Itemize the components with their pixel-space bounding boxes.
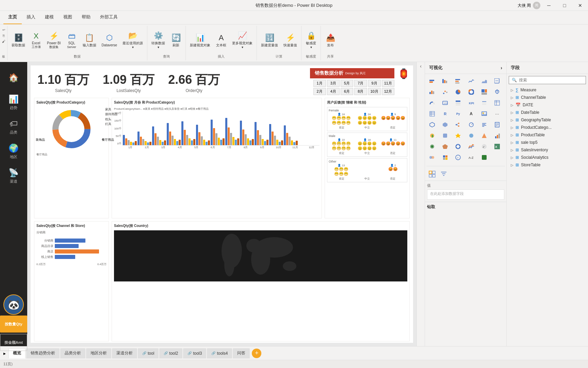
viz-icon-matrix[interactable] <box>427 109 437 119</box>
month-3[interactable]: 3月 <box>327 80 340 87</box>
page-tab-channel[interactable]: 渠道分析 <box>112 348 137 358</box>
viz-icon-smart-narrative[interactable] <box>479 120 489 130</box>
viz-icon-key-influencer[interactable] <box>466 120 476 130</box>
viz-icon-gauge[interactable] <box>427 98 437 108</box>
field-measure[interactable]: ▷ ∑ Measure <box>507 86 588 94</box>
page-tab-region[interactable]: 地区分析 <box>86 348 111 358</box>
field-geography[interactable]: ▷ ⊞ GeographyTable <box>507 116 588 124</box>
nav-trend[interactable]: 📊 趋势 <box>0 90 27 114</box>
viz-icon-kpi[interactable]: KPI <box>466 98 476 108</box>
viz-icon-custom4[interactable] <box>466 131 476 141</box>
amt-button[interactable]: 按金额Amt <box>0 334 27 351</box>
page-tab-qa[interactable]: 问答 <box>233 348 250 358</box>
viz-icon-card[interactable]: 123 <box>440 98 450 108</box>
excel-button[interactable]: X Excel 工作薄 <box>29 30 44 50</box>
powerbi-button[interactable]: ⚡ Power BI 数据集 <box>45 30 63 50</box>
values-drop-zone[interactable]: 在此处添加数据字段 <box>427 189 504 200</box>
field-product-table[interactable]: ▷ ⊞ ProductTable <box>507 131 588 139</box>
viz-icon-shape-map[interactable] <box>427 120 437 130</box>
viz-icon-custom15[interactable]: ? <box>453 152 463 163</box>
viz-icon-map[interactable] <box>492 87 502 97</box>
nav-category[interactable]: 🏷 品类 <box>0 114 27 139</box>
viz-icon-multirow-card[interactable] <box>453 98 463 108</box>
close-button[interactable]: ✕ <box>572 0 588 11</box>
publish-button[interactable]: 📤 发布 <box>323 32 338 48</box>
copy-button[interactable]: ⎘ <box>1 33 6 38</box>
viz-icon-custom5[interactable] <box>479 131 489 141</box>
viz-icon-more[interactable]: ··· <box>492 109 502 119</box>
viz-icon-treemap[interactable] <box>479 87 489 97</box>
viz-icon-hbar[interactable] <box>453 76 463 86</box>
month-4[interactable]: 4月 <box>327 88 340 95</box>
viz-icon-custom3[interactable] <box>453 131 463 141</box>
field-store-table[interactable]: ▷ ⊞ StoreTable <box>507 161 588 169</box>
page-tab-tool2[interactable]: 🔗 tool2 <box>159 348 182 358</box>
month-9[interactable]: 9月 <box>368 80 381 87</box>
month-5[interactable]: 5月 <box>341 80 353 87</box>
viz-build-filter[interactable] <box>439 169 449 179</box>
viz-icon-table[interactable] <box>492 98 502 108</box>
new-measure-button[interactable]: 🔢 新建度量值 <box>259 32 280 48</box>
month-6[interactable]: 6月 <box>341 88 353 95</box>
viz-icon-pie[interactable] <box>453 87 463 97</box>
format-brush-button[interactable]: 🖌 <box>1 39 6 44</box>
viz-icon-custom2[interactable] <box>440 131 450 141</box>
viz-icon-custom6[interactable] <box>492 131 502 141</box>
sensitivity-button[interactable]: 🔒 敏感度 ▾ <box>304 30 318 50</box>
minimize-button[interactable]: ─ <box>541 0 557 11</box>
sql-button[interactable]: 🗃 SQL Server <box>64 30 79 50</box>
viz-icon-paginated[interactable] <box>492 120 502 130</box>
more-visuals-button[interactable]: 📈 更多视觉对象 ▾ <box>230 30 255 50</box>
transform-data-button[interactable]: ⚙️ 转换数据 ▾ <box>149 30 167 50</box>
viz-icon-donut[interactable] <box>466 87 476 97</box>
month-10[interactable]: 10月 <box>368 88 381 95</box>
month-1[interactable]: 1月 <box>313 80 326 87</box>
viz-icon-custom11[interactable]: ✓ <box>479 141 489 152</box>
viz-icon-custom17[interactable] <box>479 152 489 163</box>
nav-region[interactable]: 🌍 地区 <box>0 139 27 164</box>
quick-measure-button[interactable]: ⚡ 快速量值 <box>281 32 299 48</box>
viz-icon-filled-map[interactable] <box>440 120 450 130</box>
month-11[interactable]: 11月 <box>382 80 394 87</box>
viz-icon-image[interactable] <box>479 109 489 119</box>
nav-tab-insert[interactable]: 插入 <box>22 11 40 24</box>
viz-icon-custom14[interactable] <box>440 152 450 163</box>
input-data-button[interactable]: 📋 输入数据 <box>81 32 98 48</box>
page-tab-category[interactable]: 品类分析 <box>60 348 85 358</box>
pages-expand-icon[interactable]: ▸ <box>1 351 8 356</box>
field-sale-top5[interactable]: ▷ ⊞ sale top5 <box>507 139 588 146</box>
undo-button[interactable]: ↩ <box>1 27 6 32</box>
page-tab-tool[interactable]: 🔗 tool <box>138 348 159 358</box>
nav-tab-home[interactable]: 主页 <box>3 11 22 24</box>
add-page-button[interactable]: + <box>252 349 261 358</box>
viz-icon-custom12[interactable]: X <box>492 141 502 152</box>
page-tab-tools4[interactable]: 🔗 tools4 <box>207 348 232 358</box>
viz-icon-line[interactable] <box>466 76 476 86</box>
viz-panel-expand[interactable]: › <box>501 65 502 71</box>
viz-icon-custom10[interactable] <box>466 141 476 152</box>
panel-toggle-left[interactable]: ‹ <box>416 62 425 346</box>
fields-search-input[interactable] <box>519 78 583 82</box>
field-sales-inventory[interactable]: ▷ ⊞ SalesInventory <box>507 146 588 154</box>
field-date[interactable]: ▷ 📅 DATE <box>507 101 588 109</box>
nav-tab-view[interactable]: 视图 <box>59 11 77 24</box>
month-8[interactable]: 8月 <box>354 88 367 95</box>
dataverse-button[interactable]: ⬡ Dataverse <box>100 32 119 48</box>
viz-icon-custom13[interactable] <box>427 152 437 163</box>
viz-icon-custom16[interactable]: A-Z <box>466 152 476 163</box>
qty-button[interactable]: 按数量Qty <box>0 316 27 333</box>
refresh-button[interactable]: 🔄 刷新 <box>168 32 183 48</box>
viz-icon-scatter[interactable] <box>440 87 450 97</box>
nav-channel[interactable]: 📡 渠道 <box>0 164 27 188</box>
recent-sources-button[interactable]: 📂 最近使用的源 ▾ <box>120 30 145 50</box>
page-tab-tool3[interactable]: 🔗 tool3 <box>183 348 206 358</box>
viz-icon-clustered-bar[interactable] <box>440 76 450 86</box>
get-data-button[interactable]: 🗄️ 获取数据 <box>10 32 27 48</box>
new-visual-button[interactable]: 📊 新建视觉对象 <box>188 32 212 48</box>
viz-icon-custom7[interactable] <box>427 141 437 152</box>
field-social-analytics[interactable]: ▷ ⊞ SocialAnalytics <box>507 154 588 161</box>
page-tab-sales-trend[interactable]: 销售趋势分析 <box>26 348 60 358</box>
viz-icon-slicer[interactable] <box>479 98 489 108</box>
viz-icon-custom8[interactable] <box>440 141 450 152</box>
viz-icon-ribbon[interactable] <box>492 76 502 86</box>
